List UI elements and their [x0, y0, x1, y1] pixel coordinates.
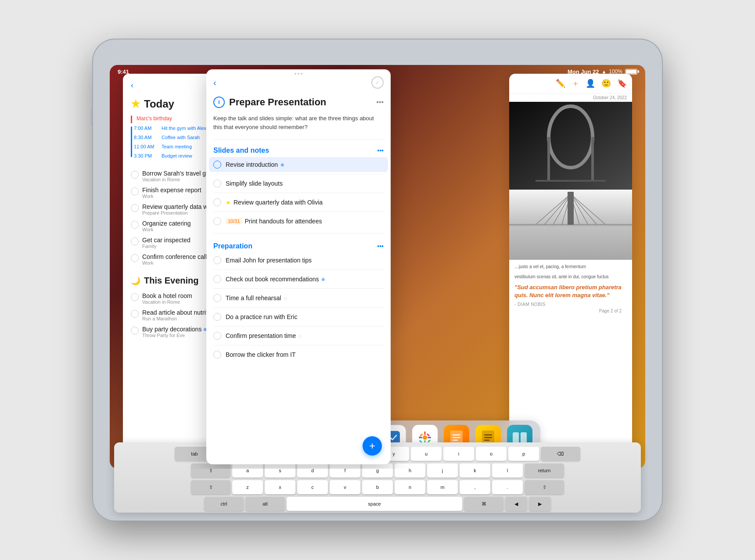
i-key[interactable]: i	[443, 447, 474, 461]
slides-section-header: Slides and notes •••	[206, 142, 391, 157]
section-divider	[213, 233, 384, 233]
task-item-practice-run[interactable]: Do a practice run with Eric	[213, 309, 384, 324]
slides-section-title: Slides and notes	[213, 147, 269, 154]
svg-point-26	[423, 435, 427, 440]
l-key[interactable]: l	[492, 463, 523, 477]
slide-divider	[213, 174, 384, 174]
status-right: Mon Jun 22 ▲ 100%	[568, 68, 637, 75]
slides-tasks: Revise introduction ⊕ Simplify slide lay…	[206, 157, 391, 229]
x-key[interactable]: x	[265, 480, 295, 494]
task-item-practice-label: Do a practice run with Eric	[226, 313, 297, 320]
notes-quote: "Sud accumsan libero pretium pharetra qu…	[514, 284, 627, 307]
svg-rect-27	[424, 431, 426, 435]
v-key[interactable]: v	[330, 480, 360, 494]
shift-key[interactable]: ⇧	[191, 480, 230, 494]
notes-image-2	[509, 190, 632, 260]
o-key[interactable]: o	[476, 447, 507, 461]
cmd-key[interactable]: ⌘	[464, 497, 503, 511]
shift-right-key[interactable]: ⇧	[525, 480, 564, 494]
g-key[interactable]: g	[362, 463, 393, 477]
m-key[interactable]: m	[427, 480, 458, 494]
add-icon[interactable]: ＋	[572, 78, 579, 89]
person-add-icon[interactable]: 👤	[586, 79, 595, 88]
task-item-review-quarterly[interactable]: ★ Review quarterly data with Olivia	[213, 195, 384, 210]
prep-tasks: Email John for presentation tips Check o…	[206, 253, 391, 362]
cal-event-budget: 3:30 PM Budget review	[134, 153, 206, 158]
u-key[interactable]: u	[411, 447, 442, 461]
ctrl-key[interactable]: ctrl	[204, 497, 244, 511]
task-back-button[interactable]: ‹	[213, 78, 216, 88]
moon-icon: 🌙	[131, 276, 140, 286]
cal-event-coffee: 8:30 AM Coffee with Sarah	[134, 135, 206, 140]
alt-key[interactable]: alt	[245, 497, 285, 511]
notes-panel: ✏️ ＋ 👤 🙂 🔖 October 24, 2022	[509, 74, 632, 460]
svg-rect-30	[428, 437, 431, 438]
s-key[interactable]: s	[265, 463, 295, 477]
emoji-icon[interactable]: 🙂	[601, 79, 611, 88]
divider-1	[213, 139, 384, 140]
k-key[interactable]: k	[460, 463, 490, 477]
handouts-badge: 10/31	[226, 218, 242, 224]
svg-rect-31	[420, 433, 423, 437]
task-item-print-handouts[interactable]: 10/31 Print handouts for attendees	[213, 214, 384, 229]
task-panel-nav: ‹ ✓	[206, 76, 391, 89]
space-key[interactable]: space	[287, 497, 462, 511]
j-key[interactable]: j	[427, 463, 458, 477]
notes-image-1	[509, 102, 632, 190]
b-key[interactable]: b	[362, 480, 393, 494]
status-time: 9:41	[118, 68, 129, 75]
left-arrow-key[interactable]: ◀	[505, 497, 527, 511]
task-item-email-john[interactable]: Email John for presentation tips	[213, 253, 384, 268]
notes-date: October 24, 2022	[509, 93, 632, 102]
svg-rect-29	[419, 437, 422, 438]
cal-event-team: 11:00 AM Team meeting	[134, 144, 206, 149]
right-arrow-key[interactable]: ▶	[529, 497, 551, 511]
page-indicator: Page 2 of 2	[514, 307, 627, 315]
period-key[interactable]: .	[492, 480, 523, 494]
confirm-diamond-icon: ◇	[298, 334, 302, 338]
svg-rect-32	[427, 433, 430, 437]
rehearsal-diamond-icon: ◇	[284, 296, 287, 301]
task-item-confirm-label: Confirm presentation time	[226, 332, 296, 339]
delete-key[interactable]: ⌫	[541, 447, 580, 461]
ipad-frame: 9:41 Mon Jun 22 ▲ 100% ‹ ★ Today	[92, 39, 663, 521]
task-item-email-label: Email John for presentation tips	[226, 257, 312, 264]
reminders-back-button[interactable]: ‹	[131, 81, 133, 90]
task-detail-panel: ‹ ✓ i Prepare Presentation ••• Keep the …	[206, 69, 391, 464]
c-key[interactable]: c	[297, 480, 328, 494]
caps-key[interactable]: ⇪	[191, 463, 230, 477]
status-bar: 9:41 Mon Jun 22 ▲ 100%	[110, 65, 645, 78]
svg-rect-43	[513, 432, 519, 443]
task-item-confirm-time[interactable]: Confirm presentation time ◇	[213, 328, 384, 343]
return-key[interactable]: return	[525, 463, 564, 477]
a-key[interactable]: a	[232, 463, 263, 477]
task-item-rehearsal[interactable]: Time a full rehearsal ◇	[213, 291, 384, 305]
task-description: Keep the talk and slides simple: what ar…	[206, 111, 391, 136]
d-key[interactable]: d	[297, 463, 328, 477]
f-key[interactable]: f	[330, 463, 360, 477]
task-item-quarterly-label: Review quarterly data with Olivia	[234, 199, 323, 206]
bookmark-icon[interactable]: 🔖	[617, 79, 627, 88]
task-type-icon: i	[213, 97, 225, 108]
h-key[interactable]: h	[395, 463, 425, 477]
svg-rect-1	[509, 102, 632, 190]
comma-key[interactable]: ,	[460, 480, 490, 494]
task-item-book-recs[interactable]: Check out book recommendations ⊕	[213, 272, 384, 287]
p-key[interactable]: p	[508, 447, 539, 461]
task-done-button[interactable]: ✓	[371, 76, 384, 89]
task-item-handouts-label: Print handouts for attendees	[245, 218, 322, 225]
z-key[interactable]: z	[232, 480, 263, 494]
ipad-screen: 9:41 Mon Jun 22 ▲ 100% ‹ ★ Today	[110, 65, 645, 469]
add-task-button[interactable]: +	[363, 436, 382, 456]
task-item-simplify[interactable]: Simplify slide layouts	[213, 176, 384, 191]
notes-text-block: …justo a vel et, pacing, a fermentum ves…	[509, 260, 632, 319]
cal-event-gym: 7:00 AM Hit the gym with Alex	[134, 126, 206, 131]
task-more-button[interactable]: •••	[376, 98, 384, 106]
slides-more-button[interactable]: •••	[377, 147, 384, 154]
task-item-revise[interactable]: Revise introduction ⊕	[209, 157, 388, 172]
prep-more-button[interactable]: •••	[377, 243, 384, 250]
task-item-borrow-clicker[interactable]: Borrow the clicker from IT	[213, 347, 384, 362]
n-key[interactable]: n	[395, 480, 425, 494]
done-check-icon: ✓	[375, 79, 380, 86]
pencil-icon[interactable]: ✏️	[556, 79, 565, 88]
